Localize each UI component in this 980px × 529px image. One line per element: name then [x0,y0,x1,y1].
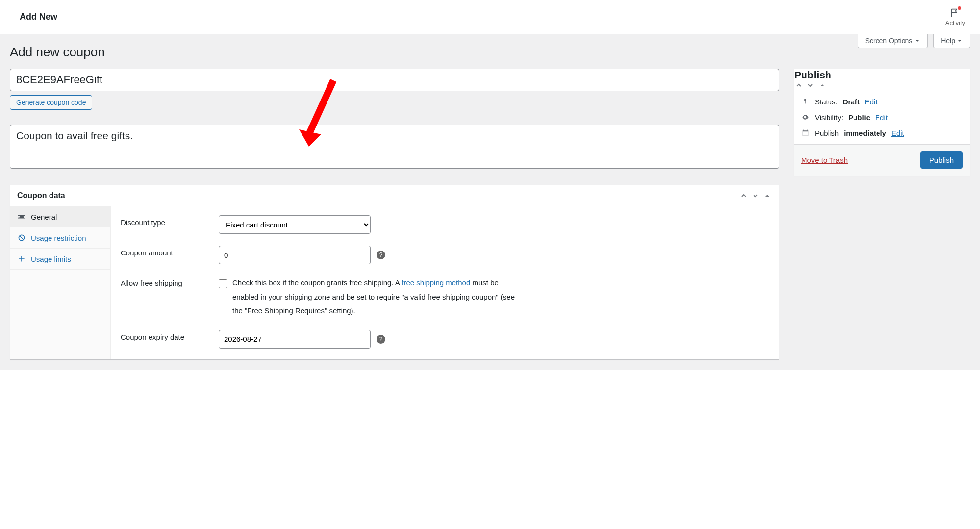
coupon-data-panel: Coupon data General [10,185,779,360]
coupon-description-textarea[interactable] [10,125,779,169]
screen-options-label: Screen Options [865,37,913,45]
schedule-label: Publish [815,129,839,137]
chevron-down-icon[interactable] [806,81,815,90]
admin-bar-title: Add New [20,12,57,22]
discount-type-label: Discount type [121,215,209,227]
generate-coupon-code-button[interactable]: Generate coupon code [10,95,92,110]
caret-down-icon [914,38,920,44]
admin-top-bar: Add New Activity [0,0,980,34]
expiry-label: Coupon expiry date [121,330,209,341]
expiry-date-input[interactable] [219,330,371,349]
tab-label: General [31,213,57,221]
activity-label: Activity [945,19,965,26]
status-value: Draft [843,98,860,106]
coupon-amount-input[interactable] [219,246,371,264]
publish-panel: Publish Status: Draft Edit [794,69,970,176]
help-icon[interactable]: ? [377,335,385,344]
tab-usage-restriction[interactable]: Usage restriction [10,227,110,249]
visibility-label: Visibility: [815,113,843,122]
screen-options-button[interactable]: Screen Options [858,34,928,48]
coupon-tabs: General Usage restriction Usage limits [10,206,111,359]
edit-visibility-link[interactable]: Edit [875,113,888,122]
free-shipping-description: Check this box if the coupon grants free… [232,276,527,318]
free-shipping-label: Allow free shipping [121,276,209,287]
page-title: Add new coupon [10,34,970,69]
tab-label: Usage limits [31,255,71,263]
ticket-icon [17,212,26,221]
chevron-up-icon[interactable] [739,191,748,200]
calendar-icon [801,128,810,137]
text-part: Check this box if the coupon grants free… [232,278,402,287]
help-button[interactable]: Help [933,34,970,48]
edit-status-link[interactable]: Edit [865,98,878,106]
schedule-value: immediately [844,129,886,137]
tab-label: Usage restriction [31,234,86,242]
discount-type-select[interactable]: Fixed cart discount [219,215,371,234]
move-to-trash-link[interactable]: Move to Trash [801,156,848,164]
screen-meta-links: Screen Options Help [858,34,970,48]
arrows-icon [17,254,26,263]
publish-button[interactable]: Publish [920,151,963,169]
coupon-code-input[interactable] [10,69,779,91]
chevron-up-icon[interactable] [794,81,803,90]
publish-heading: Publish [794,69,970,81]
coupon-data-heading: Coupon data [17,191,65,200]
caret-down-icon [957,38,963,44]
caret-up-icon[interactable] [763,191,772,200]
chevron-down-icon[interactable] [751,191,760,200]
edit-schedule-link[interactable]: Edit [891,129,904,137]
tab-general[interactable]: General [10,206,110,227]
tab-usage-limits[interactable]: Usage limits [10,249,110,270]
caret-up-icon[interactable] [818,81,827,90]
ban-icon [17,233,26,242]
eye-icon [801,113,810,122]
visibility-value: Public [848,113,870,122]
help-label: Help [941,37,955,45]
help-icon[interactable]: ? [377,251,385,259]
activity-button[interactable]: Activity [945,7,965,26]
coupon-amount-label: Coupon amount [121,246,209,257]
free-shipping-checkbox[interactable] [219,279,227,288]
free-shipping-method-link[interactable]: free shipping method [402,278,470,287]
flag-icon [950,7,960,18]
pin-icon [801,97,810,106]
status-label: Status: [815,98,838,106]
